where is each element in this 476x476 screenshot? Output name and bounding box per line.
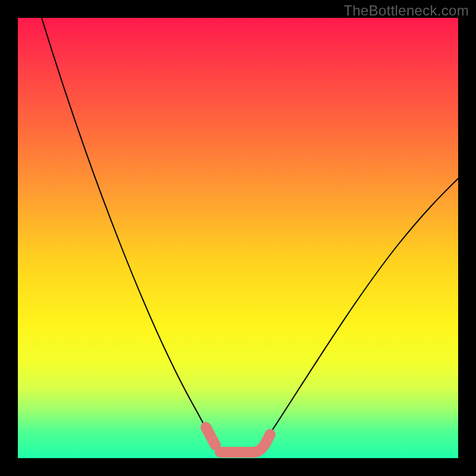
curve-layer xyxy=(18,18,458,458)
highlight-bottom xyxy=(220,434,270,452)
curve-left-branch xyxy=(42,18,213,441)
watermark-text: TheBottleneck.com xyxy=(343,2,469,19)
highlight-left-stub xyxy=(206,427,215,445)
plot-area xyxy=(18,18,458,458)
chart-frame: TheBottleneck.com xyxy=(0,0,476,476)
curve-right-branch xyxy=(265,178,458,441)
